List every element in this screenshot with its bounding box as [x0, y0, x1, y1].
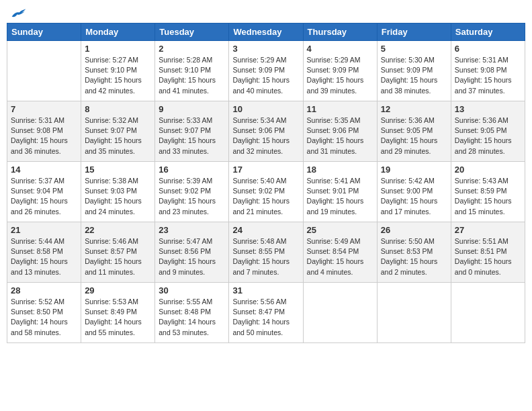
day-number: 5	[381, 44, 447, 54]
day-number: 20	[455, 165, 521, 175]
day-header-sunday: Sunday	[7, 24, 81, 41]
calendar-cell: 14Sunrise: 5:37 AM Sunset: 9:04 PM Dayli…	[7, 162, 81, 222]
page-header	[7, 7, 525, 17]
calendar-cell: 9Sunrise: 5:33 AM Sunset: 9:07 PM Daylig…	[155, 101, 229, 162]
calendar-cell: 1Sunrise: 5:27 AM Sunset: 9:10 PM Daylig…	[81, 41, 155, 101]
day-number: 24	[232, 225, 299, 235]
day-number: 25	[307, 225, 373, 235]
calendar-cell: 5Sunrise: 5:30 AM Sunset: 9:09 PM Daylig…	[377, 41, 451, 101]
day-number: 13	[455, 104, 521, 114]
day-number: 2	[159, 44, 225, 54]
calendar-cell	[303, 283, 377, 343]
calendar-week-1: 1Sunrise: 5:27 AM Sunset: 9:10 PM Daylig…	[7, 41, 525, 101]
cell-content: Sunrise: 5:51 AM Sunset: 8:51 PM Dayligh…	[455, 236, 521, 277]
calendar-cell: 15Sunrise: 5:38 AM Sunset: 9:03 PM Dayli…	[81, 162, 155, 222]
cell-content: Sunrise: 5:40 AM Sunset: 9:02 PM Dayligh…	[232, 176, 299, 217]
day-number: 27	[455, 225, 521, 235]
cell-content: Sunrise: 5:41 AM Sunset: 9:01 PM Dayligh…	[307, 176, 373, 217]
calendar-cell: 17Sunrise: 5:40 AM Sunset: 9:02 PM Dayli…	[229, 162, 303, 222]
cell-content: Sunrise: 5:36 AM Sunset: 9:05 PM Dayligh…	[455, 116, 521, 156]
day-number: 31	[232, 285, 299, 295]
day-number: 18	[307, 165, 373, 175]
calendar-cell: 19Sunrise: 5:42 AM Sunset: 9:00 PM Dayli…	[377, 162, 451, 222]
calendar-cell: 31Sunrise: 5:56 AM Sunset: 8:47 PM Dayli…	[229, 283, 303, 343]
cell-content: Sunrise: 5:30 AM Sunset: 9:09 PM Dayligh…	[381, 55, 447, 96]
day-number: 29	[85, 285, 151, 295]
day-header-friday: Friday	[377, 24, 451, 41]
cell-content: Sunrise: 5:49 AM Sunset: 8:54 PM Dayligh…	[307, 236, 373, 277]
day-header-monday: Monday	[81, 24, 155, 41]
calendar-cell: 3Sunrise: 5:29 AM Sunset: 9:09 PM Daylig…	[229, 41, 303, 101]
cell-content: Sunrise: 5:44 AM Sunset: 8:58 PM Dayligh…	[11, 236, 77, 277]
day-number: 30	[159, 285, 225, 295]
calendar-cell: 29Sunrise: 5:53 AM Sunset: 8:49 PM Dayli…	[81, 283, 155, 343]
cell-content: Sunrise: 5:52 AM Sunset: 8:50 PM Dayligh…	[11, 297, 77, 338]
calendar-cell: 28Sunrise: 5:52 AM Sunset: 8:50 PM Dayli…	[7, 283, 81, 343]
day-number: 3	[232, 44, 299, 54]
day-number: 10	[232, 104, 299, 114]
day-number: 12	[381, 104, 447, 114]
cell-content: Sunrise: 5:32 AM Sunset: 9:07 PM Dayligh…	[85, 116, 151, 156]
calendar-week-4: 21Sunrise: 5:44 AM Sunset: 8:58 PM Dayli…	[7, 222, 525, 283]
day-header-thursday: Thursday	[303, 24, 377, 41]
day-number: 22	[85, 225, 151, 235]
day-number: 15	[85, 165, 151, 175]
calendar-cell: 20Sunrise: 5:43 AM Sunset: 8:59 PM Dayli…	[451, 162, 525, 222]
calendar-cell: 12Sunrise: 5:36 AM Sunset: 9:05 PM Dayli…	[377, 101, 451, 162]
day-number: 28	[11, 285, 77, 295]
cell-content: Sunrise: 5:33 AM Sunset: 9:07 PM Dayligh…	[159, 116, 225, 156]
calendar-week-3: 14Sunrise: 5:37 AM Sunset: 9:04 PM Dayli…	[7, 162, 525, 222]
cell-content: Sunrise: 5:38 AM Sunset: 9:03 PM Dayligh…	[85, 176, 151, 217]
day-number: 7	[11, 104, 77, 114]
calendar-cell: 7Sunrise: 5:31 AM Sunset: 9:08 PM Daylig…	[7, 101, 81, 162]
day-number: 14	[11, 165, 77, 175]
day-number: 11	[307, 104, 373, 114]
day-number: 19	[381, 165, 447, 175]
calendar-cell: 4Sunrise: 5:29 AM Sunset: 9:09 PM Daylig…	[303, 41, 377, 101]
calendar-cell: 16Sunrise: 5:39 AM Sunset: 9:02 PM Dayli…	[155, 162, 229, 222]
calendar-cell: 23Sunrise: 5:47 AM Sunset: 8:56 PM Dayli…	[155, 222, 229, 283]
calendar-table: SundayMondayTuesdayWednesdayThursdayFrid…	[7, 23, 525, 343]
calendar-cell: 25Sunrise: 5:49 AM Sunset: 8:54 PM Dayli…	[303, 222, 377, 283]
cell-content: Sunrise: 5:37 AM Sunset: 9:04 PM Dayligh…	[11, 176, 77, 217]
day-header-saturday: Saturday	[451, 24, 525, 41]
calendar-cell: 8Sunrise: 5:32 AM Sunset: 9:07 PM Daylig…	[81, 101, 155, 162]
cell-content: Sunrise: 5:36 AM Sunset: 9:05 PM Dayligh…	[381, 116, 447, 156]
cell-content: Sunrise: 5:31 AM Sunset: 9:08 PM Dayligh…	[455, 55, 521, 96]
calendar-cell: 22Sunrise: 5:46 AM Sunset: 8:57 PM Dayli…	[81, 222, 155, 283]
cell-content: Sunrise: 5:42 AM Sunset: 9:00 PM Dayligh…	[381, 176, 447, 217]
calendar-body: 1Sunrise: 5:27 AM Sunset: 9:10 PM Daylig…	[7, 41, 525, 343]
calendar-cell: 10Sunrise: 5:34 AM Sunset: 9:06 PM Dayli…	[229, 101, 303, 162]
cell-content: Sunrise: 5:55 AM Sunset: 8:48 PM Dayligh…	[159, 297, 225, 338]
cell-content: Sunrise: 5:50 AM Sunset: 8:53 PM Dayligh…	[381, 236, 447, 277]
cell-content: Sunrise: 5:53 AM Sunset: 8:49 PM Dayligh…	[85, 297, 151, 338]
calendar-header: SundayMondayTuesdayWednesdayThursdayFrid…	[7, 24, 525, 41]
cell-content: Sunrise: 5:31 AM Sunset: 9:08 PM Dayligh…	[11, 116, 77, 156]
day-header-wednesday: Wednesday	[229, 24, 303, 41]
calendar-cell: 6Sunrise: 5:31 AM Sunset: 9:08 PM Daylig…	[451, 41, 525, 101]
calendar-cell: 2Sunrise: 5:28 AM Sunset: 9:10 PM Daylig…	[155, 41, 229, 101]
calendar-cell: 26Sunrise: 5:50 AM Sunset: 8:53 PM Dayli…	[377, 222, 451, 283]
day-number: 8	[85, 104, 151, 114]
day-number: 26	[381, 225, 447, 235]
calendar-cell: 11Sunrise: 5:35 AM Sunset: 9:06 PM Dayli…	[303, 101, 377, 162]
cell-content: Sunrise: 5:56 AM Sunset: 8:47 PM Dayligh…	[232, 297, 299, 338]
days-of-week-row: SundayMondayTuesdayWednesdayThursdayFrid…	[7, 24, 525, 41]
cell-content: Sunrise: 5:34 AM Sunset: 9:06 PM Dayligh…	[232, 116, 299, 156]
calendar-cell	[7, 41, 81, 101]
cell-content: Sunrise: 5:43 AM Sunset: 8:59 PM Dayligh…	[455, 176, 521, 217]
cell-content: Sunrise: 5:29 AM Sunset: 9:09 PM Dayligh…	[307, 55, 373, 96]
calendar-cell: 21Sunrise: 5:44 AM Sunset: 8:58 PM Dayli…	[7, 222, 81, 283]
cell-content: Sunrise: 5:28 AM Sunset: 9:10 PM Dayligh…	[159, 55, 225, 96]
calendar-cell: 18Sunrise: 5:41 AM Sunset: 9:01 PM Dayli…	[303, 162, 377, 222]
calendar-cell	[451, 283, 525, 343]
day-number: 6	[455, 44, 521, 54]
calendar-cell: 27Sunrise: 5:51 AM Sunset: 8:51 PM Dayli…	[451, 222, 525, 283]
cell-content: Sunrise: 5:48 AM Sunset: 8:55 PM Dayligh…	[232, 236, 299, 277]
calendar-week-5: 28Sunrise: 5:52 AM Sunset: 8:50 PM Dayli…	[7, 283, 525, 343]
day-number: 21	[11, 225, 77, 235]
cell-content: Sunrise: 5:27 AM Sunset: 9:10 PM Dayligh…	[85, 55, 151, 96]
day-number: 4	[307, 44, 373, 54]
day-number: 9	[159, 104, 225, 114]
calendar-cell: 24Sunrise: 5:48 AM Sunset: 8:55 PM Dayli…	[229, 222, 303, 283]
